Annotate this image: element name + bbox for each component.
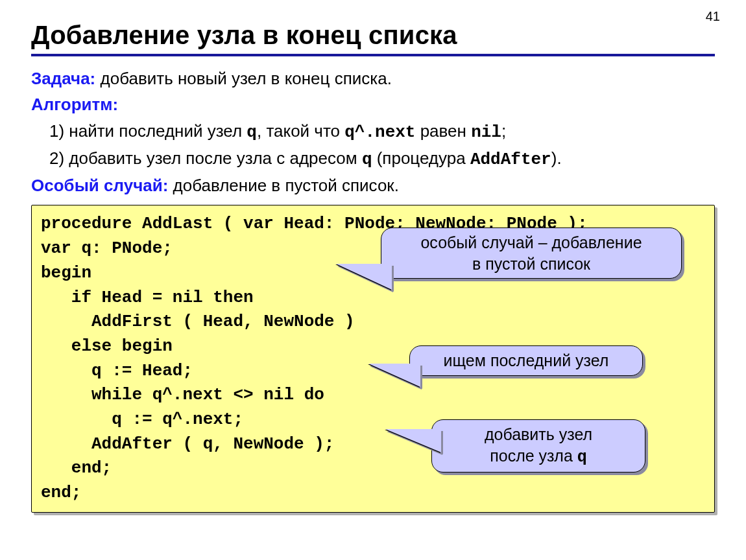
alg2-proc: AddAfter <box>470 150 551 169</box>
alg1-q: q <box>247 122 257 142</box>
alg2-q: q <box>362 150 372 169</box>
alg1-text-a: найти последний узел <box>69 121 247 141</box>
algorithm-label: Алгоритм: <box>31 95 118 114</box>
callout3-line-a: добавить узел <box>441 424 636 445</box>
special-case-line: Особый случай: добавление в пустой списо… <box>31 172 715 198</box>
special-label: Особый случай: <box>31 176 168 195</box>
alg1-num: 1) <box>49 121 69 141</box>
alg1-qnext: q^.next <box>344 122 415 142</box>
algorithm-item-2: 2) добавить узел после узла с адресом q … <box>49 145 715 172</box>
alg1-text-b: , такой что <box>257 121 344 141</box>
callout3-line-b: после узла q <box>441 445 636 469</box>
code-line-5: AddFirst ( Head, NewNode ) <box>41 310 705 334</box>
page-number: 41 <box>706 9 720 24</box>
alg1-text-c: равен <box>415 121 471 141</box>
callout-tail-icon <box>336 264 392 290</box>
alg2-num: 2) <box>49 148 69 168</box>
task-line: Задача: добавить новый узел в конец спис… <box>31 65 715 91</box>
alg2-text-a: добавить узел после узла с адресом <box>69 148 362 168</box>
callout3-q: q <box>577 448 587 467</box>
alg2-text-c: ). <box>551 148 562 168</box>
callout2-text: ищем последний узел <box>419 350 633 371</box>
callout3-pre: после узла <box>490 447 577 465</box>
callout1-line-b: в пустой список <box>391 253 672 275</box>
callout-find-last: ищем последний узел <box>409 345 643 376</box>
alg2-text-b: (процедура <box>372 148 470 168</box>
alg1-nil: nil <box>471 122 501 142</box>
algorithm-label-line: Алгоритм: <box>31 91 715 117</box>
alg1-text-d: ; <box>501 121 506 141</box>
callout-tail-icon <box>368 364 420 387</box>
code-line-12: end; <box>41 481 705 506</box>
algorithm-item-1: 1) найти последний узел q, такой что q^.… <box>49 118 715 145</box>
slide-page: 41 Добавление узла в конец списка Задача… <box>0 0 746 560</box>
slide-title: Добавление узла в конец списка <box>31 21 715 50</box>
task-text: добавить новый узел в конец списка. <box>95 69 392 88</box>
callout-add-after-q: добавить узел после узла q <box>431 419 645 472</box>
callout-tail-icon <box>385 429 441 452</box>
algorithm-list: 1) найти последний узел q, такой что q^.… <box>31 118 715 173</box>
code-panel: procedure AddLast ( var Head: PNode; New… <box>31 205 715 512</box>
callout1-line-a: особый случай – добавление <box>391 232 672 253</box>
callout-empty-list: особый случай – добавление в пустой спис… <box>381 228 682 279</box>
task-label: Задача: <box>31 69 95 88</box>
title-rule <box>31 54 715 56</box>
special-text: добавление в пустой список. <box>168 176 399 195</box>
